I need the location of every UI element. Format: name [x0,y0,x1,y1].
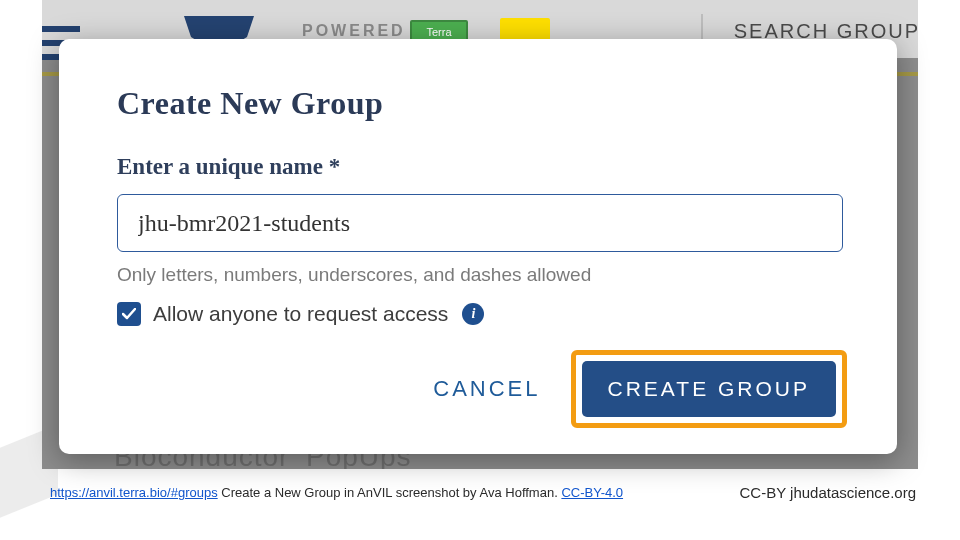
cancel-button[interactable]: CANCEL [433,376,540,402]
source-url-link[interactable]: https://anvil.terra.bio/#groups [50,485,218,500]
create-group-button[interactable]: CREATE GROUP [582,361,836,417]
create-button-highlight: CREATE GROUP [571,350,847,428]
license-link[interactable]: CC-BY-4.0 [561,485,623,500]
create-group-dialog: Create New Group Enter a unique name * O… [59,39,897,454]
group-name-input[interactable] [117,194,843,252]
group-name-hint: Only letters, numbers, underscores, and … [117,264,839,286]
caption-text: Create a New Group in AnVIL screenshot b… [218,485,562,500]
allow-request-access-label: Allow anyone to request access [153,302,448,326]
dialog-actions: CANCEL CREATE GROUP [433,350,847,428]
allow-request-access-checkbox[interactable] [117,302,141,326]
powered-label: POWERED [302,22,406,40]
group-name-label: Enter a unique name * [117,154,839,180]
footer-attribution: CC-BY jhudatascience.org [740,484,916,501]
info-icon[interactable]: i [462,303,484,325]
footer-caption: https://anvil.terra.bio/#groups Create a… [50,485,623,500]
dialog-title: Create New Group [117,85,839,122]
check-icon [122,308,136,320]
